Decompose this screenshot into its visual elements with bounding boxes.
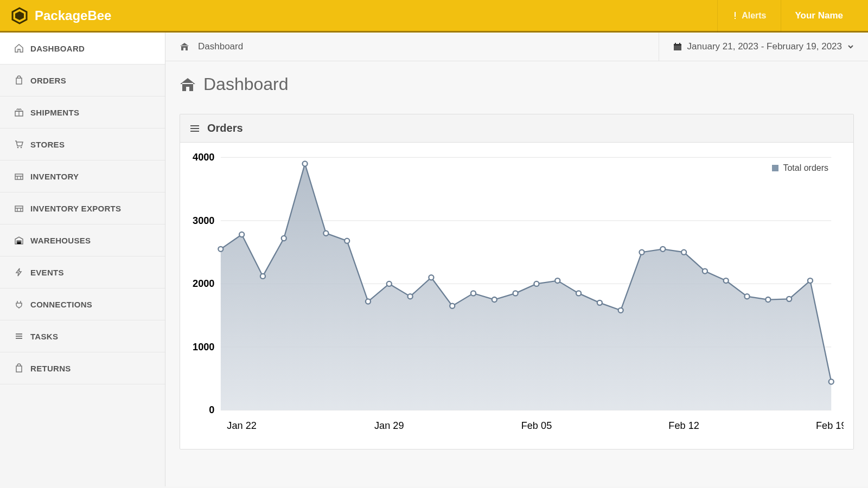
topbar: PackageBee Alerts Your Name xyxy=(0,0,868,33)
svg-point-49 xyxy=(808,278,813,283)
bag-icon xyxy=(14,75,24,85)
plug-icon xyxy=(14,299,24,309)
sidebar-item-label: EVENTS xyxy=(30,268,64,277)
page-title-text: Dashboard xyxy=(203,74,289,94)
main: Dashboard January 21, 2023 - February 19… xyxy=(165,33,868,486)
alerts-label: Alerts xyxy=(742,11,766,21)
svg-point-22 xyxy=(239,232,244,237)
bag-icon xyxy=(14,363,24,373)
svg-point-40 xyxy=(618,308,623,313)
svg-rect-10 xyxy=(679,43,680,44)
sidebar-item-stores[interactable]: STORES xyxy=(0,129,165,160)
legend-swatch xyxy=(772,165,778,171)
calendar-icon xyxy=(673,42,682,51)
svg-point-50 xyxy=(829,379,834,384)
sidebar-item-orders[interactable]: ORDERS xyxy=(0,65,165,97)
garage-icon xyxy=(14,235,24,245)
sidebar-item-inventory[interactable]: INVENTORY xyxy=(0,160,165,192)
svg-point-27 xyxy=(344,239,349,243)
sidebar-item-label: TASKS xyxy=(30,332,58,341)
sidebar-item-label: SHIPMENTS xyxy=(30,108,79,117)
svg-rect-5 xyxy=(15,174,23,179)
orders-panel: Orders Total orders xyxy=(180,114,854,450)
svg-text:4000: 4000 xyxy=(193,152,214,163)
home-icon xyxy=(14,43,24,53)
svg-point-31 xyxy=(429,275,433,280)
sidebar-item-label: RETURNS xyxy=(30,364,71,373)
svg-point-42 xyxy=(660,247,665,252)
svg-point-48 xyxy=(787,297,792,301)
svg-point-26 xyxy=(323,231,328,236)
alert-icon xyxy=(732,11,738,20)
svg-point-43 xyxy=(681,250,686,255)
svg-point-23 xyxy=(260,274,265,279)
breadcrumb-label: Dashboard xyxy=(198,41,243,52)
chevron-down-icon xyxy=(847,43,854,50)
svg-point-4 xyxy=(21,147,22,149)
sidebar-item-shipments[interactable]: SHIPMENTS xyxy=(0,97,165,129)
svg-point-41 xyxy=(639,250,644,255)
brand-name: PackageBee xyxy=(35,8,111,23)
svg-text:Feb 19: Feb 19 xyxy=(816,420,844,431)
sidebar-item-events[interactable]: EVENTS xyxy=(0,256,165,288)
brand[interactable]: PackageBee xyxy=(11,7,111,24)
svg-point-35 xyxy=(513,291,518,296)
svg-point-36 xyxy=(534,281,539,286)
sidebar-item-label: INVENTORY EXPORTS xyxy=(30,204,121,213)
user-menu-button[interactable]: Your Name xyxy=(781,0,858,32)
svg-point-46 xyxy=(744,294,749,299)
sidebar-item-inventory-exports[interactable]: INVENTORY EXPORTS xyxy=(0,192,165,224)
svg-text:Feb 05: Feb 05 xyxy=(521,420,552,431)
sidebar-item-returns[interactable]: RETURNS xyxy=(0,352,165,384)
svg-text:Feb 12: Feb 12 xyxy=(668,420,699,431)
svg-point-32 xyxy=(450,304,455,309)
svg-point-29 xyxy=(387,281,392,286)
svg-point-25 xyxy=(303,161,308,166)
svg-point-47 xyxy=(765,297,770,302)
svg-point-39 xyxy=(597,300,602,305)
legend-label: Total orders xyxy=(783,163,828,173)
svg-text:2000: 2000 xyxy=(193,278,214,289)
svg-point-44 xyxy=(703,269,707,274)
sidebar-item-connections[interactable]: CONNECTIONS xyxy=(0,288,165,320)
alerts-button[interactable]: Alerts xyxy=(717,0,780,32)
page-title: Dashboard xyxy=(165,61,868,100)
svg-rect-9 xyxy=(675,43,676,44)
chart-svg: 01000200030004000Jan 22Jan 29Feb 05Feb 1… xyxy=(190,151,844,435)
sidebar-item-label: WAREHOUSES xyxy=(30,236,91,245)
svg-point-30 xyxy=(408,294,413,299)
svg-text:3000: 3000 xyxy=(193,215,214,226)
gift-icon xyxy=(14,107,24,117)
sidebar-item-tasks[interactable]: TASKS xyxy=(0,320,165,352)
cart-icon xyxy=(14,139,24,149)
panel-header: Orders xyxy=(180,114,853,143)
sidebar-item-label: CONNECTIONS xyxy=(30,300,92,309)
svg-point-38 xyxy=(576,291,581,296)
home-icon xyxy=(180,42,189,51)
date-range-label: January 21, 2023 - February 19, 2023 xyxy=(687,41,842,52)
sidebar: DASHBOARD ORDERS SHIPMENTS STORES INVENT… xyxy=(0,33,165,486)
sidebar-item-label: INVENTORY xyxy=(30,172,79,181)
svg-point-37 xyxy=(555,278,560,283)
svg-text:0: 0 xyxy=(209,404,214,415)
list-icon xyxy=(14,331,24,341)
sidebar-item-warehouses[interactable]: WAREHOUSES xyxy=(0,224,165,256)
logo-icon xyxy=(11,7,28,24)
orders-chart: Total orders 01000200030004000Jan 22Jan … xyxy=(190,151,844,437)
date-range-picker[interactable]: January 21, 2023 - February 19, 2023 xyxy=(659,33,868,61)
bolt-icon xyxy=(14,267,24,277)
svg-point-3 xyxy=(17,147,19,149)
warehouse-icon xyxy=(14,203,24,213)
menu-icon[interactable] xyxy=(190,125,200,132)
sidebar-item-label: DASHBOARD xyxy=(30,44,85,53)
sidebar-item-dashboard[interactable]: DASHBOARD xyxy=(0,33,165,65)
sidebar-item-label: STORES xyxy=(30,140,65,149)
svg-point-45 xyxy=(724,278,729,283)
svg-point-21 xyxy=(218,247,223,252)
breadcrumb: Dashboard xyxy=(165,33,659,61)
svg-point-24 xyxy=(282,236,286,241)
svg-text:Jan 22: Jan 22 xyxy=(227,420,257,431)
chart-legend: Total orders xyxy=(772,163,828,173)
warehouse-icon xyxy=(14,171,24,181)
svg-point-28 xyxy=(366,299,371,304)
